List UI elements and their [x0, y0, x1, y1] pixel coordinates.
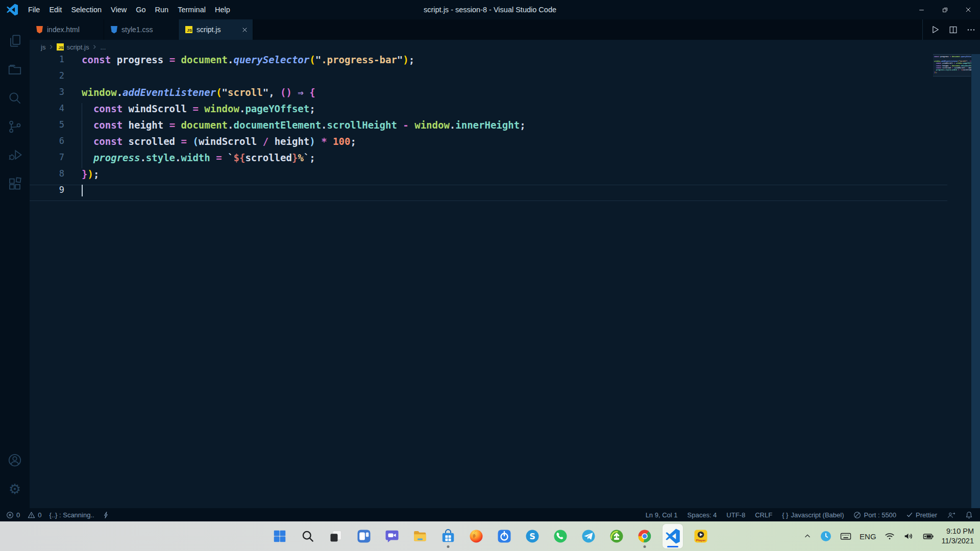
lightning-icon: [102, 511, 110, 519]
menu-bar: FileEditSelectionViewGoRunTerminalHelp: [23, 0, 235, 19]
tray-clock-app-icon[interactable]: [820, 530, 832, 542]
minimize-icon[interactable]: [910, 0, 933, 19]
tray-volume-icon[interactable]: [903, 531, 914, 542]
settings-gear-icon[interactable]: ⚙: [3, 474, 27, 503]
taskbar-task-view-icon[interactable]: [326, 524, 346, 548]
tray-clock[interactable]: 9:10 PM 11/3/2021: [942, 527, 974, 546]
status-ln-9-col-1[interactable]: Ln 9, Col 1: [646, 511, 678, 519]
code-line-2[interactable]: 2: [30, 70, 947, 87]
taskbar-whatsapp-icon[interactable]: [550, 524, 571, 548]
status-spaces-4[interactable]: Spaces: 4: [688, 511, 717, 519]
menu-file[interactable]: File: [23, 0, 44, 19]
tab-index-html[interactable]: index.html: [30, 19, 104, 40]
taskbar-start-icon[interactable]: [270, 524, 290, 548]
html-file-icon: [36, 26, 43, 34]
code-line-8[interactable]: 8});: [30, 168, 947, 185]
editor-scrollbar[interactable]: [971, 54, 980, 508]
menu-selection[interactable]: Selection: [66, 0, 106, 19]
more-actions-icon[interactable]: [966, 25, 976, 35]
line-number[interactable]: 5: [30, 119, 64, 136]
status-crlf[interactable]: CRLF: [755, 511, 772, 519]
status-prettier[interactable]: Prettier: [906, 511, 937, 519]
minimap[interactable]: const progress = document.querySelector(…: [934, 56, 970, 76]
code-line-9[interactable]: 9: [30, 185, 947, 201]
taskbar-chrome-icon[interactable]: [634, 524, 655, 548]
run-debug-icon[interactable]: [3, 141, 27, 169]
editor-actions: [922, 19, 976, 40]
status-label: Javascript (Babel): [791, 511, 844, 519]
taskbar-firefox-icon[interactable]: [466, 524, 486, 548]
line-number[interactable]: 2: [30, 70, 64, 87]
tray-language[interactable]: ENG: [860, 532, 876, 541]
breadcrumb-folder[interactable]: js: [41, 43, 45, 51]
code-line-5[interactable]: 5 const height = document.documentElemen…: [30, 119, 947, 136]
split-editor-icon[interactable]: [948, 25, 958, 35]
taskbar-idm-icon[interactable]: [606, 524, 627, 548]
status-0[interactable]: 0: [28, 511, 41, 519]
status-feedback[interactable]: [947, 511, 955, 519]
status-0[interactable]: 0: [6, 511, 20, 519]
restore-icon[interactable]: [933, 0, 957, 19]
code-line-7[interactable]: 7 progress.style.width = `${scrolled}%`;: [30, 152, 947, 168]
taskbar-search-icon[interactable]: [298, 524, 318, 548]
menu-terminal[interactable]: Terminal: [173, 0, 210, 19]
line-text: [64, 185, 83, 201]
taskbar-store-icon[interactable]: [438, 524, 458, 548]
status-lightning[interactable]: [102, 511, 110, 519]
tab-script-js[interactable]: JSscript.js: [179, 19, 253, 40]
menu-view[interactable]: View: [106, 0, 131, 19]
status-bell[interactable]: [965, 511, 973, 519]
status-label: Spaces: 4: [688, 511, 717, 519]
line-text: });: [64, 168, 99, 185]
tray-battery-icon[interactable]: [922, 530, 934, 542]
tray-wifi-icon[interactable]: [884, 531, 895, 542]
taskbar-power-app-icon[interactable]: [494, 524, 514, 548]
taskbar-media-player-icon[interactable]: Player: [691, 524, 711, 548]
extensions-icon[interactable]: [3, 169, 27, 198]
code-editor[interactable]: 1const progress = document.querySelector…: [30, 54, 980, 508]
source-control-icon[interactable]: [3, 112, 27, 141]
taskbar-widgets-icon[interactable]: [354, 524, 374, 548]
line-number[interactable]: 9: [30, 185, 64, 201]
line-number[interactable]: 7: [30, 152, 64, 168]
line-number[interactable]: 6: [30, 136, 64, 152]
line-number[interactable]: 1: [30, 54, 64, 70]
taskbar-skype-icon[interactable]: S: [522, 524, 543, 548]
breadcrumb-symbol[interactable]: ...: [100, 43, 106, 51]
status-label: {..} : Scanning..: [49, 511, 94, 519]
tray-keyboard-icon[interactable]: [840, 530, 852, 542]
menu-go[interactable]: Go: [131, 0, 150, 19]
code-line-6[interactable]: 6 const scrolled = (windScroll / height)…: [30, 136, 947, 152]
search-icon[interactable]: [3, 84, 27, 112]
menu-run[interactable]: Run: [151, 0, 174, 19]
menu-edit[interactable]: Edit: [44, 0, 66, 19]
line-number[interactable]: 3: [30, 87, 64, 103]
folder-icon[interactable]: [3, 55, 27, 84]
close-tab-icon[interactable]: [241, 26, 249, 34]
run-file-icon[interactable]: [930, 24, 940, 35]
window-controls: [910, 0, 980, 19]
status--scanning-[interactable]: {..} : Scanning..: [49, 511, 94, 519]
taskbar-file-explorer-icon[interactable]: [410, 524, 430, 548]
accounts-icon[interactable]: [3, 446, 27, 474]
status-javascript-babel-[interactable]: { }Javascript (Babel): [782, 511, 844, 519]
code-line-3[interactable]: 3window.addEventListener("scroll", () ⇒ …: [30, 87, 947, 103]
taskbar-vscode-icon[interactable]: [663, 524, 683, 548]
status-utf-8[interactable]: UTF-8: [726, 511, 745, 519]
js-file-icon: JS: [57, 43, 64, 51]
tab-style1-css[interactable]: style1.css: [104, 19, 179, 40]
explorer-icon[interactable]: [3, 27, 27, 55]
breadcrumb: js JS script.js ...: [30, 40, 980, 54]
line-number[interactable]: 4: [30, 103, 64, 119]
code-line-1[interactable]: 1const progress = document.querySelector…: [30, 54, 947, 70]
code-line-4[interactable]: 4 const windScroll = window.pageYOffset;: [30, 103, 947, 119]
menu-help[interactable]: Help: [210, 0, 235, 19]
close-icon[interactable]: [957, 0, 980, 19]
tray-chevron-up-icon[interactable]: [803, 532, 812, 541]
line-number[interactable]: 8: [30, 168, 64, 185]
chevron-right-icon: [91, 44, 97, 50]
taskbar-telegram-icon[interactable]: [578, 524, 599, 548]
taskbar-chat-icon[interactable]: [382, 524, 402, 548]
breadcrumb-file[interactable]: JS script.js: [57, 43, 89, 51]
status-port-5500[interactable]: Port : 5500: [853, 511, 896, 519]
